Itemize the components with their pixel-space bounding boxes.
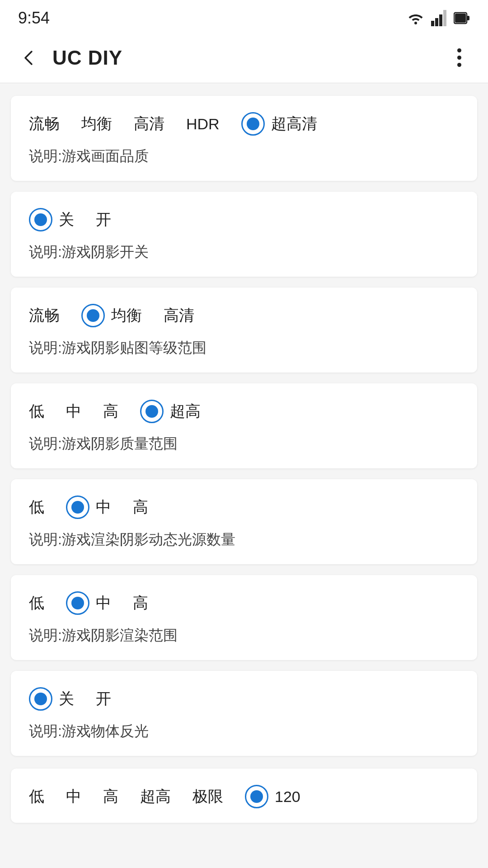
radio-label-3-2: 高清 [164, 305, 194, 326]
setting-desc-6: 说明:游戏阴影渲染范围 [29, 626, 459, 646]
radio-label-5-0: 低 [29, 497, 44, 518]
setting-desc-3: 说明:游戏阴影贴图等级范围 [29, 338, 459, 358]
radio-option-3-2[interactable]: 高清 [164, 305, 194, 326]
radio-option-7-1[interactable]: 开 [96, 689, 111, 709]
setting-card-1: 流畅均衡高清HDR超高清说明:游戏画面品质 [11, 96, 477, 181]
radio-option-1-0[interactable]: 流畅 [29, 113, 60, 134]
radio-group-1: 流畅均衡高清HDR超高清 [29, 112, 459, 136]
partial-setting-card: 低中高超高极限120 [11, 769, 477, 823]
radio-inner-5-1 [71, 501, 84, 514]
svg-rect-1 [431, 21, 434, 26]
radio-option-1-2[interactable]: 高清 [134, 113, 164, 134]
radio-label-2-0: 关 [59, 209, 74, 230]
radio-circle-7-0 [29, 687, 52, 711]
radio-label-6-1: 中 [96, 593, 111, 613]
radio-option-3-0[interactable]: 流畅 [29, 305, 60, 326]
radio-label-1-3: HDR [186, 115, 220, 133]
status-time: 9:54 [18, 9, 50, 28]
radio-option-1-1[interactable]: 均衡 [81, 113, 112, 134]
radio-label-2-1: 开 [96, 209, 111, 230]
radio-group-3: 流畅均衡高清 [29, 304, 459, 327]
partial-radio-label-1: 中 [66, 786, 81, 807]
app-bar-title: UC DIY [52, 47, 122, 69]
radio-label-5-1: 中 [96, 497, 111, 518]
radio-inner-4-3 [145, 405, 158, 418]
radio-group-6: 低中高 [29, 591, 459, 615]
radio-option-1-4[interactable]: 超高清 [241, 112, 317, 136]
setting-card-6: 低中高说明:游戏阴影渲染范围 [11, 575, 477, 660]
wifi-icon [407, 11, 425, 25]
partial-radio-option-1[interactable]: 中 [66, 786, 81, 807]
back-button[interactable] [13, 42, 45, 74]
status-icons [407, 10, 470, 26]
setting-card-5: 低中高说明:游戏渲染阴影动态光源数量 [11, 479, 477, 564]
radio-option-5-1[interactable]: 中 [66, 495, 111, 519]
setting-card-3: 流畅均衡高清说明:游戏阴影贴图等级范围 [11, 288, 477, 373]
signal-icon [431, 10, 447, 26]
svg-rect-4 [443, 10, 446, 26]
radio-label-3-0: 流畅 [29, 305, 60, 326]
radio-option-6-1[interactable]: 中 [66, 591, 111, 615]
setting-desc-5: 说明:游戏渲染阴影动态光源数量 [29, 530, 459, 550]
radio-label-1-2: 高清 [134, 113, 164, 134]
app-bar: UC DIY [0, 33, 488, 83]
partial-radio-option-4[interactable]: 极限 [192, 786, 223, 807]
partial-radio-label-2: 高 [103, 786, 118, 807]
radio-group-7: 关开 [29, 687, 459, 711]
radio-label-4-3: 超高 [170, 401, 201, 422]
radio-group-5: 低中高 [29, 495, 459, 519]
radio-option-2-0[interactable]: 关 [29, 208, 74, 231]
radio-inner-7-0 [34, 693, 47, 705]
radio-option-4-2[interactable]: 高 [103, 401, 118, 422]
radio-inner-3-1 [87, 309, 99, 322]
battery-icon [454, 10, 470, 26]
radio-option-5-2[interactable]: 高 [133, 497, 148, 518]
partial-radio-option-2[interactable]: 高 [103, 786, 118, 807]
more-dot-1 [457, 48, 461, 52]
radio-label-4-0: 低 [29, 401, 44, 422]
radio-group-4: 低中高超高 [29, 400, 459, 423]
radio-label-1-0: 流畅 [29, 113, 60, 134]
radio-label-1-1: 均衡 [81, 113, 112, 134]
partial-radio-label-5: 120 [275, 788, 300, 806]
radio-option-4-3[interactable]: 超高 [140, 400, 201, 423]
radio-option-7-0[interactable]: 关 [29, 687, 74, 711]
more-options-button[interactable] [443, 42, 475, 74]
radio-option-4-1[interactable]: 中 [66, 401, 81, 422]
radio-inner-2-0 [34, 213, 47, 226]
svg-rect-2 [435, 18, 438, 26]
radio-option-4-0[interactable]: 低 [29, 401, 44, 422]
radio-option-3-1[interactable]: 均衡 [81, 304, 142, 327]
radio-option-2-1[interactable]: 开 [96, 209, 111, 230]
radio-label-6-2: 高 [133, 593, 148, 613]
radio-label-4-1: 中 [66, 401, 81, 422]
partial-radio-option-5[interactable]: 120 [245, 785, 300, 808]
partial-radio-option-0[interactable]: 低 [29, 786, 44, 807]
more-dot-2 [457, 56, 461, 60]
radio-option-6-0[interactable]: 低 [29, 593, 44, 613]
radio-label-3-1: 均衡 [111, 305, 142, 326]
radio-label-7-0: 关 [59, 689, 74, 709]
partial-radio-label-0: 低 [29, 786, 44, 807]
setting-desc-1: 说明:游戏画面品质 [29, 146, 459, 166]
setting-desc-4: 说明:游戏阴影质量范围 [29, 434, 459, 454]
partial-radio-circle-5 [245, 785, 268, 808]
more-dot-3 [457, 63, 461, 67]
app-bar-left: UC DIY [13, 42, 122, 74]
radio-option-1-3[interactable]: HDR [186, 115, 220, 133]
radio-circle-1-4 [241, 112, 265, 136]
radio-label-7-1: 开 [96, 689, 111, 709]
radio-label-5-2: 高 [133, 497, 148, 518]
svg-rect-7 [455, 14, 466, 23]
setting-card-2: 关开说明:游戏阴影开关 [11, 192, 477, 277]
radio-label-1-4: 超高清 [271, 113, 317, 134]
radio-option-5-0[interactable]: 低 [29, 497, 44, 518]
radio-group-2: 关开 [29, 208, 459, 231]
setting-desc-2: 说明:游戏阴影开关 [29, 242, 459, 262]
radio-circle-2-0 [29, 208, 52, 231]
partial-radio-inner-5 [250, 790, 263, 803]
radio-inner-1-4 [247, 118, 259, 130]
radio-option-6-2[interactable]: 高 [133, 593, 148, 613]
partial-radio-label-3: 超高 [140, 786, 171, 807]
partial-radio-option-3[interactable]: 超高 [140, 786, 171, 807]
